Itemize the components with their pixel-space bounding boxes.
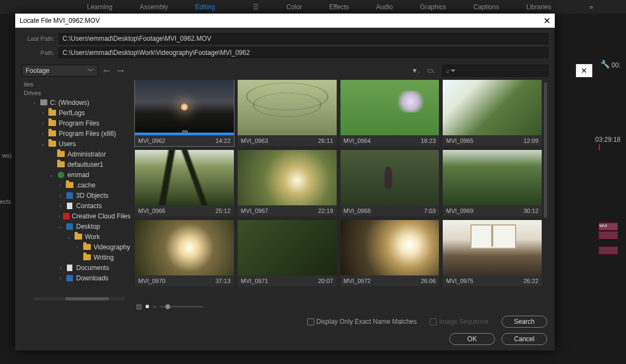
twisty-icon[interactable]: › (58, 214, 61, 219)
folder-icon (83, 254, 91, 261)
tab-color[interactable]: Color (286, 3, 302, 11)
thumbnail (135, 150, 234, 205)
nav-back-icon[interactable]: 🡐 (102, 67, 111, 75)
tree-node[interactable]: ›Contacts (22, 200, 131, 211)
folder-tree[interactable]: ites Drives ›C: (Windows)›PerfLogs›Progr… (22, 80, 131, 300)
tree-node-label: Users (59, 140, 76, 148)
folder-icon (48, 120, 57, 127)
twisty-icon[interactable]: › (40, 121, 46, 126)
last-path-input[interactable] (59, 33, 548, 44)
media-tile[interactable]: MVI_096418:23 (340, 80, 439, 146)
bg-clip-2 (599, 231, 618, 239)
search-input[interactable]: ⌕⏷ (442, 65, 548, 77)
bg-timecode: 03:29:18 (595, 136, 621, 143)
tab-effects[interactable]: Effects (329, 3, 349, 11)
folder-icon (83, 243, 91, 251)
media-tile[interactable]: MVI_097526:22 (443, 220, 542, 286)
twisty-icon[interactable]: › (75, 244, 80, 250)
tree-node[interactable]: ⌄Desktop (22, 221, 131, 231)
tab-learning[interactable]: Learning (87, 3, 113, 11)
disk-icon (39, 99, 48, 106)
tree-node-label: Documents (76, 264, 109, 272)
workspace-tabs: Learning Assembly Editing ☰ Color Effect… (0, 0, 626, 14)
tab-libraries[interactable]: Libraries (526, 3, 551, 11)
media-tile[interactable]: MVI_096930:12 (443, 150, 542, 216)
tab-editing[interactable]: Editing (195, 3, 215, 11)
folder-icon (65, 181, 74, 189)
media-tile[interactable]: MVI_096214:22 (135, 80, 234, 146)
filter-icon[interactable]: ▼. (411, 67, 419, 74)
tree-node[interactable]: ›3D Objects (22, 190, 131, 200)
media-tile[interactable]: MVI_096326:11 (238, 80, 337, 146)
media-tile[interactable]: MVI_097037:13 (135, 220, 234, 286)
find-icon[interactable]: ⬭. (427, 67, 435, 74)
list-view-icon[interactable]: ▤ (136, 303, 142, 310)
image-sequence-checkbox: Image Sequence (430, 318, 488, 325)
secondary-close-button[interactable]: ✕ (576, 64, 592, 77)
tab-captions[interactable]: Captions (473, 3, 499, 11)
tab-assembly[interactable]: Assembly (140, 3, 168, 11)
tree-node-label: Work (85, 233, 100, 241)
tile-name: MVI_0969 (446, 208, 473, 214)
folder-dropdown[interactable]: Footage ﹀ (22, 65, 98, 77)
tree-header-drives: Drives (22, 89, 131, 97)
tree-node[interactable]: Writing (22, 252, 131, 262)
tab-graphics[interactable]: Graphics (420, 3, 446, 11)
thumb-view-icon[interactable]: ■ (145, 303, 149, 310)
close-icon[interactable]: ✕ (543, 16, 550, 26)
twisty-icon[interactable]: › (58, 275, 63, 281)
tree-node[interactable]: ›Documents (22, 262, 131, 273)
path-input[interactable] (59, 47, 548, 58)
tree-node-label: PerfLogs (59, 109, 85, 117)
tree-node[interactable]: ›Program Files (x86) (22, 128, 131, 139)
media-tile[interactable]: MVI_096512:09 (443, 80, 542, 146)
twisty-icon[interactable]: › (58, 183, 63, 188)
tree-node[interactable]: ›Videography (22, 242, 131, 252)
tree-node[interactable]: defaultuser1 (22, 159, 131, 170)
tree-node[interactable]: Administrator (22, 149, 131, 159)
tree-node[interactable]: ›.cache (22, 180, 131, 190)
twisty-icon[interactable]: › (58, 193, 63, 198)
tile-duration: 26:06 (421, 278, 436, 284)
tile-duration: 30:12 (523, 208, 538, 214)
exact-match-checkbox[interactable]: Display Only Exact Name Matches (307, 318, 417, 325)
media-tile[interactable]: MVI_097226:06 (340, 220, 439, 286)
tree-node[interactable]: ›Downloads (22, 273, 131, 283)
grid-v-scroll-thumb[interactable] (544, 82, 547, 218)
tile-name: MVI_0971 (241, 278, 268, 284)
tab-audio[interactable]: Audio (376, 3, 393, 11)
media-tile[interactable]: MVI_09687:03 (340, 150, 439, 216)
tile-name: MVI_0963 (241, 137, 268, 144)
media-tile[interactable]: MVI_097120:07 (238, 220, 337, 286)
twisty-icon[interactable]: ⌄ (49, 172, 54, 178)
twisty-icon[interactable]: › (32, 100, 37, 105)
tree-h-scroll-thumb[interactable] (65, 297, 109, 300)
twisty-icon[interactable]: ⌄ (66, 234, 72, 240)
tree-node[interactable]: ⌄Users (22, 139, 131, 149)
cancel-button[interactable]: Cancel (501, 333, 547, 345)
thumbnail (443, 80, 542, 135)
media-tile[interactable]: MVI_096625:12 (135, 150, 234, 216)
twisty-icon[interactable]: › (40, 110, 46, 116)
tab-menu-icon[interactable]: ☰ (253, 3, 259, 11)
twisty-icon[interactable]: › (58, 203, 63, 209)
tree-node[interactable]: ›Program Files (22, 118, 131, 128)
twisty-icon[interactable]: ⌄ (58, 224, 63, 229)
tree-node[interactable]: ›PerfLogs (22, 108, 131, 118)
grid-v-scrollbar[interactable] (544, 80, 548, 300)
tree-node[interactable]: ›Creative Cloud Files (22, 211, 131, 221)
tree-node[interactable]: ⌄emmad (22, 170, 131, 180)
twisty-icon[interactable]: › (40, 131, 46, 136)
thumbnail (135, 220, 234, 275)
tree-node[interactable]: ›C: (Windows) (22, 97, 131, 108)
chevron-down-icon: ﹀ (88, 66, 94, 76)
search-button[interactable]: Search (501, 316, 547, 328)
ok-button[interactable]: OK (449, 333, 495, 345)
tree-node[interactable]: ⌄Work (22, 231, 131, 242)
thumb-size-slider[interactable] (160, 306, 203, 307)
media-tile[interactable]: MVI_096722:19 (238, 150, 337, 216)
twisty-icon[interactable]: ⌄ (40, 141, 46, 147)
tab-overflow-icon[interactable]: » (590, 3, 593, 11)
twisty-icon[interactable]: › (58, 265, 63, 271)
nav-forward-icon[interactable]: 🡒 (116, 67, 125, 75)
